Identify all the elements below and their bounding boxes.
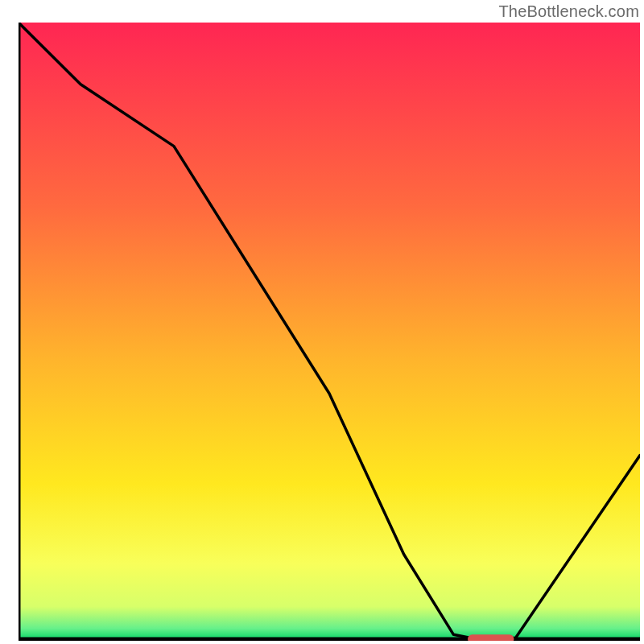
gradient-background: [19, 23, 640, 638]
attribution-label: TheBottleneck.com: [498, 2, 639, 21]
plot-svg: [19, 23, 640, 641]
plot-area: [19, 23, 640, 641]
chart-container: TheBottleneck.com: [0, 0, 644, 644]
